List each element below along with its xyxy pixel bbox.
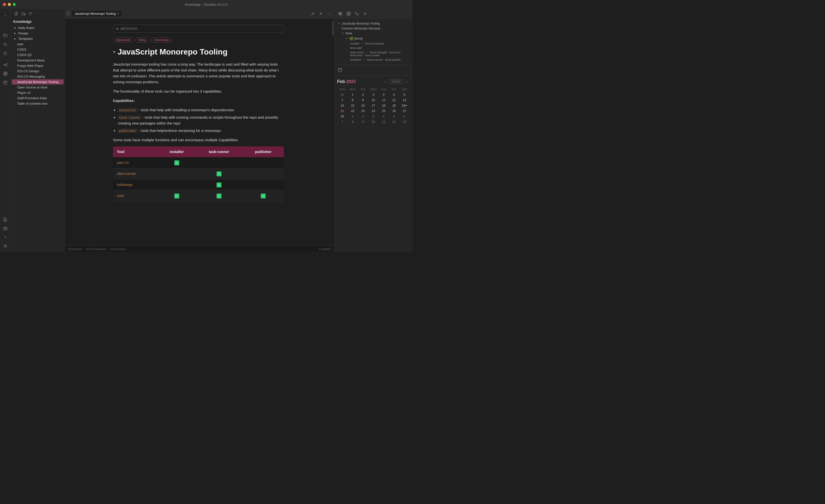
sidebar-item-templates[interactable]: ▶ Templates (12, 36, 64, 41)
sidebar-item-cgds-q3[interactable]: CGDS Q3 (12, 52, 64, 58)
cal-day-1[interactable]: 1 (348, 92, 358, 97)
calendar-nav-icon[interactable] (1, 79, 9, 86)
outline-item-lerna[interactable]: ▼ 🌿 [lerna] (336, 36, 410, 41)
cal-day-5[interactable]: 5 (389, 92, 399, 97)
cal-day-next-2[interactable]: 2 (358, 114, 368, 119)
close-button[interactable] (3, 3, 6, 6)
sidebar-item-daily-notes[interactable]: ▶ Daily Notes (12, 25, 64, 30)
cal-day-next-6[interactable]: 6 (399, 114, 409, 119)
outline-item-tools[interactable]: ▼ Tools (336, 31, 410, 36)
cal-day-13[interactable]: 13 (399, 98, 409, 103)
outline-item-installer[interactable]: `installer` → `lerna bootstrap` (336, 41, 410, 46)
cal-day-9[interactable]: 9 (358, 98, 368, 103)
sort-button[interactable] (28, 11, 34, 17)
sidebar-item-ids-cg-messaging[interactable]: IDS-CG Messaging (12, 74, 64, 79)
cal-day-3[interactable]: 3 (368, 92, 378, 97)
sidebar-item-people[interactable]: ▶ People (12, 31, 64, 36)
metadata-block[interactable]: ▶ METADATA (113, 24, 284, 33)
cal-day-6[interactable]: 6 (399, 92, 409, 97)
cal-day-17[interactable]: 17 (368, 103, 378, 108)
search-icon[interactable] (1, 40, 9, 48)
tool-name-ultra-runner[interactable]: ultra-runner (113, 168, 158, 179)
tool-name-rush[interactable]: rush (113, 190, 158, 201)
tool-name-yarn[interactable]: yarn v1 (113, 157, 158, 168)
tag-monorepo[interactable]: #monorepo (151, 38, 172, 43)
cal-day-23[interactable]: 23 (358, 109, 368, 114)
notes-icon[interactable] (1, 216, 9, 223)
nav-back-button[interactable]: ‹ (1, 11, 9, 19)
sidebar-item-fuego[interactable]: Fuego Web Player (12, 63, 64, 68)
sidebar-item-dev-ideas[interactable]: Development Ideas (12, 58, 64, 63)
maximize-button[interactable] (13, 3, 16, 6)
cal-day-16[interactable]: 16 (358, 103, 368, 108)
sidebar-item-auto[interactable]: auto (12, 42, 64, 47)
edit-button[interactable] (309, 10, 316, 17)
rp-tab-hashtag[interactable]: # (361, 10, 369, 17)
camera-icon[interactable] (1, 224, 9, 232)
star-icon[interactable] (1, 49, 9, 57)
calendar-next-button[interactable]: › (404, 79, 409, 84)
sidebar-item-toc-test[interactable]: Table of contents test (12, 101, 64, 106)
calendar-toggle-button[interactable] (336, 67, 344, 73)
new-folder-button[interactable] (21, 11, 26, 17)
sidebar-item-player-v2[interactable]: Player v2 (12, 90, 64, 95)
calendar-today-button[interactable]: TODAY (390, 79, 402, 84)
tags-icon[interactable] (1, 70, 9, 78)
cal-day-18[interactable]: 18 (379, 103, 389, 108)
editor-scrollbar[interactable] (332, 19, 334, 245)
sidebar-item-cgds[interactable]: CGDS (12, 47, 64, 52)
tag-blog[interactable]: #blog (135, 38, 149, 43)
close-tab-button[interactable]: ✕ (317, 10, 324, 17)
new-file-button[interactable] (13, 11, 19, 17)
editor-tab-js-monorepo[interactable]: JavaScript Monorepo Tooling ✕ (72, 11, 122, 16)
sidebar-item-ids-cg-design[interactable]: IDS-CG Design (12, 69, 64, 74)
outline-item-publisher[interactable]: `publisher` → `lerna version` `lerna pub… (336, 58, 410, 62)
cal-day-next-11[interactable]: 11 (379, 119, 389, 124)
tag-javascript[interactable]: #javascript (113, 38, 133, 43)
cal-day-28[interactable]: 28 (337, 114, 348, 119)
cal-day-12[interactable]: 12 (389, 98, 399, 103)
cal-day-11[interactable]: 11 (379, 98, 389, 103)
cal-day-24[interactable]: 24 (368, 109, 378, 114)
cal-day-15[interactable]: 15 (348, 103, 358, 108)
editor-scroll-area[interactable]: ▶ METADATA #javascript #blog #monorepo ▾… (65, 19, 332, 245)
minimize-button[interactable] (8, 3, 11, 6)
cal-day-4[interactable]: 4 (379, 92, 389, 97)
cal-day-next-8[interactable]: 8 (348, 119, 358, 124)
cal-day-8[interactable]: 8 (348, 98, 358, 103)
cal-day-19[interactable]: 19• (389, 103, 399, 108)
nav-forward-button[interactable]: › (1, 20, 9, 27)
settings-icon[interactable] (1, 242, 9, 250)
cal-day-next-9[interactable]: 9 (358, 119, 368, 124)
help-icon[interactable]: ? (1, 233, 9, 241)
outline-item-lerna-add[interactable]: `lerna add` (336, 46, 410, 50)
cal-day-31[interactable]: 31 (337, 92, 348, 97)
cal-day-26[interactable]: 26 (389, 109, 399, 114)
cal-day-next-3[interactable]: 3 (368, 114, 378, 119)
sidebar-item-js-monorepo[interactable]: JavaScript Monorepo Tooling (12, 79, 64, 84)
cal-day-next-5[interactable]: 5 (389, 114, 399, 119)
cal-day-next-1[interactable]: 1 (348, 114, 358, 119)
cal-day-next-12[interactable]: 12 (389, 119, 399, 124)
cal-day-next-7[interactable]: 7 (337, 119, 348, 124)
rp-tab-outline[interactable] (336, 10, 344, 17)
more-options-button[interactable]: ⋯ (325, 10, 332, 17)
explorer-icon[interactable] (1, 31, 9, 39)
sidebar-item-open-source[interactable]: Open Source at Intuit (12, 85, 64, 90)
cal-day-7[interactable]: 7 (337, 98, 348, 103)
cal-day-next-4[interactable]: 4 (379, 114, 389, 119)
outline-item-task-runner[interactable]: `task-runner` → `lerna changed` `lerna r… (336, 50, 410, 58)
cal-day-14[interactable]: 14 (337, 103, 348, 108)
rp-tab-link[interactable] (353, 10, 361, 17)
tool-name-turborepo[interactable]: turborepo (113, 179, 158, 190)
cal-day-next-10[interactable]: 10 (368, 119, 378, 124)
cal-day-22[interactable]: 22 (348, 109, 358, 114)
cal-day-25[interactable]: 25 (379, 109, 389, 114)
scrollbar-thumb[interactable] (333, 21, 333, 35)
cal-day-20[interactable]: 20•• (399, 103, 409, 108)
cal-day-next-13[interactable]: 13 (399, 119, 409, 124)
cal-day-27[interactable]: 27 (399, 109, 409, 114)
cal-day-2[interactable]: 2 (358, 92, 368, 97)
cal-day-21-today[interactable]: 21 (337, 109, 348, 114)
rp-tab-table[interactable] (345, 10, 352, 17)
